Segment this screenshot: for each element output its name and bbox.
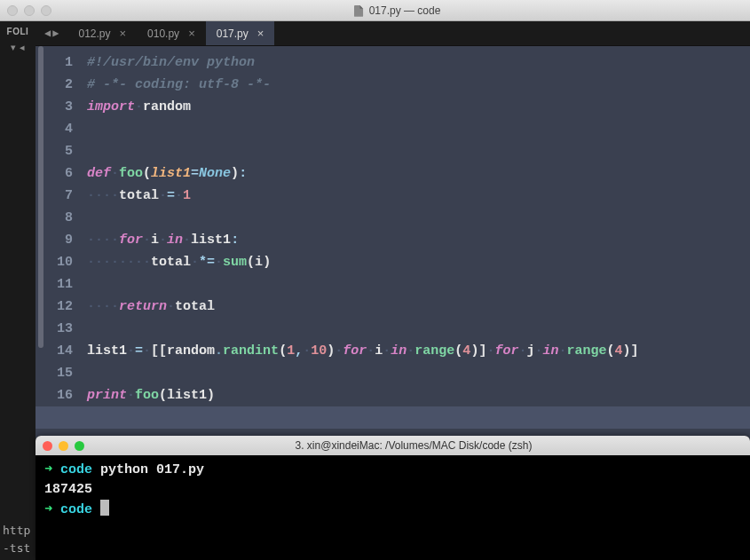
- code-area[interactable]: #!/usr/bin/env python# -*- coding: utf-8…: [82, 46, 750, 450]
- prompt-cwd: code: [60, 502, 92, 517]
- zoom-dot[interactable]: [41, 5, 51, 16]
- terminal-zoom-dot[interactable]: [75, 441, 84, 451]
- code-line[interactable]: print·foo(list1): [87, 384, 750, 406]
- code-line[interactable]: [87, 273, 750, 296]
- terminal-minimize-dot[interactable]: [59, 441, 68, 451]
- window-traffic-lights[interactable]: [7, 5, 51, 16]
- terminal-traffic-lights[interactable]: [43, 441, 84, 451]
- scrollbar-thumb[interactable]: [38, 46, 43, 348]
- window-title-text: 017.py — code: [369, 4, 441, 17]
- tab-012-py[interactable]: 012.py×: [67, 21, 137, 45]
- terminal-line: ➜ code: [44, 500, 741, 520]
- code-line[interactable]: [87, 140, 750, 162]
- prompt-cwd: code: [60, 462, 92, 477]
- tab-bar: ◀ ▶ 012.py×010.py×017.py×: [36, 21, 750, 46]
- terminal-close-dot[interactable]: [43, 441, 52, 451]
- code-line[interactable]: # -*- coding: utf-8 -*-: [87, 74, 750, 96]
- prompt-arrow-icon: ➜: [44, 502, 60, 517]
- code-line[interactable]: ········total·*=·sum(i): [87, 251, 750, 273]
- tab-label: 012.py: [78, 28, 110, 40]
- window-title: 017.py — code: [51, 4, 743, 17]
- terminal-line: 187425: [44, 480, 741, 500]
- tab-close-icon[interactable]: ×: [257, 27, 264, 40]
- tab-label: 017.py: [217, 28, 249, 40]
- minimize-dot[interactable]: [24, 5, 35, 16]
- code-editor[interactable]: 1234567891011121314151617 #!/usr/bin/env…: [36, 46, 750, 450]
- terminal-window[interactable]: 3. xin@xindeiMac: /Volumes/MAC Disk/code…: [36, 436, 750, 560]
- tab-nav-forward-icon[interactable]: ▶: [52, 27, 59, 40]
- code-line[interactable]: [36, 406, 750, 429]
- sidebar-folder-label[interactable]: FOLI: [7, 27, 29, 36]
- editor-scrollbar[interactable]: [36, 46, 44, 450]
- prompt-arrow-icon: ➜: [44, 462, 60, 477]
- tab-close-icon[interactable]: ×: [120, 27, 127, 40]
- code-line[interactable]: ····for·i·in·list1:: [87, 229, 750, 251]
- document-icon: [354, 5, 364, 15]
- code-line[interactable]: import·random: [87, 96, 750, 118]
- tab-close-icon[interactable]: ×: [188, 27, 195, 40]
- terminal-command: [92, 502, 100, 517]
- terminal-body[interactable]: ➜ code python 017.py 187425➜ code: [36, 455, 750, 560]
- sidebar-collapse-icon[interactable]: ▾ ◂: [11, 42, 24, 53]
- code-line[interactable]: [87, 118, 750, 140]
- code-line[interactable]: list1·=·[[random.randint(1,·10)·for·i·in…: [87, 340, 750, 362]
- code-line[interactable]: [87, 318, 750, 340]
- code-line[interactable]: def·foo(list1=None):: [87, 162, 750, 185]
- code-line[interactable]: #!/usr/bin/env python: [87, 51, 750, 74]
- terminal-output: 187425: [44, 482, 92, 497]
- code-line[interactable]: [87, 362, 750, 384]
- sidebar: FOLI ▾ ◂ http -tst: [0, 21, 36, 560]
- terminal-title: 3. xin@xindeiMac: /Volumes/MAC Disk/code…: [84, 439, 743, 452]
- code-line[interactable]: [87, 207, 750, 229]
- terminal-line: ➜ code python 017.py: [44, 461, 741, 480]
- tab-label: 010.py: [147, 28, 179, 40]
- code-line[interactable]: ····total·=·1: [87, 185, 750, 207]
- terminal-cursor: [100, 500, 109, 516]
- terminal-titlebar: 3. xin@xindeiMac: /Volumes/MAC Disk/code…: [36, 436, 750, 455]
- code-line[interactable]: ····return·total: [87, 296, 750, 318]
- sidebar-bottom-overflow: http -tst: [0, 522, 36, 560]
- tab-nav-back-icon[interactable]: ◀: [44, 27, 51, 40]
- close-dot[interactable]: [7, 5, 18, 16]
- window-titlebar: 017.py — code: [0, 0, 750, 21]
- tab-010-py[interactable]: 010.py×: [137, 21, 206, 45]
- terminal-command: python 017.py: [92, 462, 204, 477]
- tab-017-py[interactable]: 017.py×: [206, 21, 275, 45]
